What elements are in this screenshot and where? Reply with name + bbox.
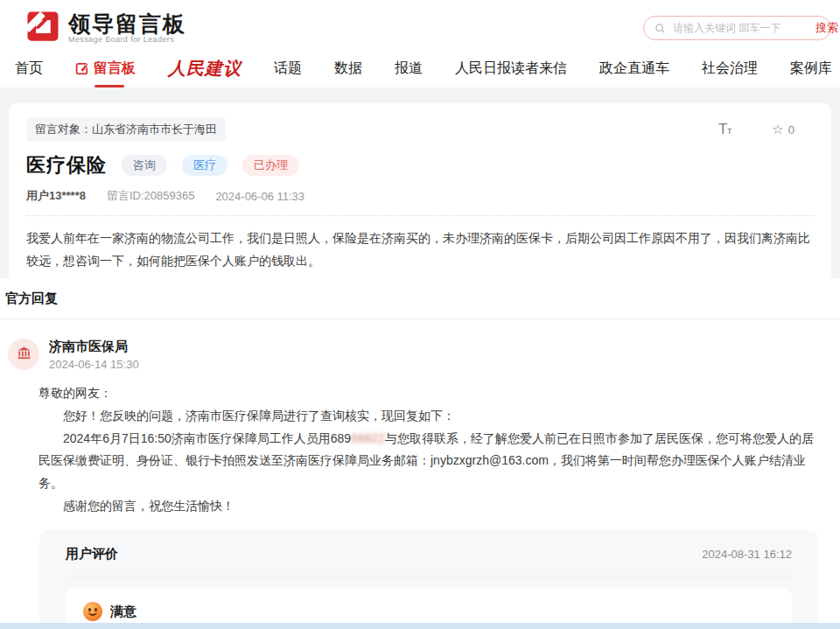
nav-item-label: 数据 — [334, 59, 362, 78]
nav-item-label: 首页 — [15, 59, 43, 78]
nav-item-label: 人民日报读者来信 — [455, 59, 567, 78]
message-tag-3[interactable]: 已办理 — [242, 155, 299, 176]
main-nav: 首页留言板人民建议话题数据报道人民日报读者来信政企直通车社会治理案例库理论 — [13, 49, 831, 87]
message-target-badge: 留言对象：山东省济南市市长于海田 — [26, 117, 226, 142]
nav-item-2[interactable]: 留言板 — [75, 59, 136, 78]
favorite-count: 0 — [788, 123, 794, 136]
message-tag-2[interactable]: 医疗 — [182, 155, 228, 176]
government-building-icon — [16, 345, 32, 365]
nav-item-label: 案例库 — [790, 59, 832, 78]
reply-body: 尊敬的网友： 您好！您反映的问题，济南市医疗保障局进行了查询核实，现回复如下： … — [38, 382, 822, 518]
site-logo[interactable]: 领导留言板 Message Board for Leaders — [24, 8, 186, 48]
nav-item-label: 话题 — [274, 59, 302, 78]
nav-item-4[interactable]: 话题 — [274, 59, 302, 78]
redacted-phone-digits: 66822 — [351, 431, 385, 445]
font-size-large-glyph: T — [718, 121, 727, 137]
nav-item-10[interactable]: 案例库 — [790, 59, 832, 78]
nav-item-label: 社会治理 — [702, 59, 758, 78]
nav-item-3[interactable]: 人民建议 — [168, 57, 242, 80]
nav-item-5[interactable]: 数据 — [334, 59, 362, 78]
reply-greeting: 尊敬的网友： — [38, 382, 822, 405]
search-icon — [654, 23, 666, 34]
evaluation-heading: 用户评价 — [66, 546, 118, 563]
section-divider — [0, 318, 840, 319]
nav-item-9[interactable]: 社会治理 — [702, 59, 758, 78]
message-date: 2024-06-06 11:33 — [215, 190, 304, 203]
message-id: 留言ID:20859365 — [107, 188, 194, 204]
message-card: 留言对象：山东省济南市市长于海田 Tт ☆ 0 医疗保险 咨询医疗已办理 用户1… — [9, 103, 831, 278]
logo-title: 领导留言板 — [68, 12, 186, 35]
nav-item-label: 人民建议 — [168, 57, 242, 80]
reply-paragraph: 您好！您反映的问题，济南市医疗保障局进行了查询核实，现回复如下： — [38, 405, 822, 428]
nav-item-label: 政企直通车 — [599, 59, 669, 78]
official-reply-section: 官方回复 济南市医保局 2024-06-14 15:30 尊敬的网友： 您好！您… — [0, 278, 840, 518]
message-tag-1[interactable]: 咨询 — [122, 155, 167, 176]
nav-item-8[interactable]: 政企直通车 — [599, 59, 669, 78]
reply-date: 2024-06-14 15:30 — [49, 358, 139, 371]
nav-item-7[interactable]: 人民日报读者来信 — [455, 59, 567, 78]
edit-pencil-icon — [75, 61, 89, 75]
bottom-strip — [0, 623, 840, 629]
logo-mark-icon — [24, 8, 61, 48]
nav-item-1[interactable]: 首页 — [15, 59, 43, 78]
evaluation-divider — [66, 576, 792, 577]
page-band: 留言对象：山东省济南市市长于海田 Tт ☆ 0 医疗保险 咨询医疗已办理 用户1… — [0, 87, 840, 278]
evaluation-date: 2024-08-31 16:12 — [702, 548, 792, 561]
agency-name: 济南市医保局 — [49, 339, 139, 355]
favorite-button[interactable]: ☆ 0 — [772, 122, 794, 137]
font-size-small-glyph: т — [727, 125, 732, 136]
reply-text: 2024年6月7日16:50济南市医疗保障局工作人员用689 — [63, 431, 351, 445]
message-title: 医疗保险 — [26, 152, 107, 178]
tag-list: 咨询医疗已办理 — [122, 155, 299, 176]
search-button[interactable]: 搜索 — [816, 20, 838, 36]
font-size-toggle[interactable]: Tт — [718, 121, 732, 138]
dotted-divider — [26, 215, 814, 216]
reply-paragraph: 2024年6月7日16:50济南市医疗保障局工作人员用68966822与您取得联… — [38, 428, 822, 496]
message-content: 我爱人前年在一家济南的物流公司工作，我们是日照人，保险是在济南买的，未办理济南的… — [26, 227, 814, 273]
agency-avatar — [8, 339, 39, 370]
nav-item-label: 报道 — [395, 59, 423, 78]
message-user: 用户13****8 — [26, 188, 86, 204]
nav-item-6[interactable]: 报道 — [395, 59, 423, 78]
search-input[interactable] — [673, 22, 808, 34]
verdict-label: 满意 — [110, 604, 136, 620]
logo-subtitle: Message Board for Leaders — [68, 35, 186, 44]
satisfied-smiley-icon — [83, 602, 102, 621]
search-box[interactable]: 搜索 — [643, 16, 831, 40]
reply-paragraph: 感谢您的留言，祝您生活愉快！ — [38, 495, 822, 518]
official-reply-heading: 官方回复 — [0, 290, 840, 307]
nav-item-label: 留言板 — [94, 59, 136, 78]
site-header: 领导留言板 Message Board for Leaders 搜索 首页留言板… — [0, 0, 840, 87]
user-evaluation-section: 用户评价 2024-08-31 16:12 满意 解决力度：★★★★★沟通态度：… — [39, 530, 818, 629]
star-outline-icon: ☆ — [772, 122, 783, 137]
